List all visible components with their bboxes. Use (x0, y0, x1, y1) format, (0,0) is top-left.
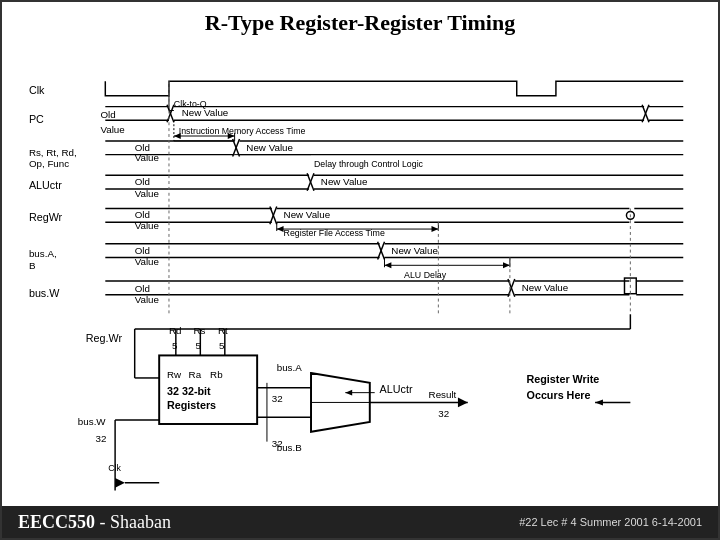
main-container: R-Type Register-Register Timing Clk PC O… (0, 0, 720, 540)
value-label-pc: Value (100, 124, 124, 135)
old-label-pc: Old (100, 109, 115, 120)
reg-write-label1: Register Write (527, 373, 600, 385)
reg-write-label2: Occurs Here (527, 389, 591, 401)
new-value-regwr: New Value (284, 209, 331, 220)
clk-label: Clk (29, 84, 45, 96)
diagram-area: Clk PC Old New Value Value (2, 40, 718, 520)
new-value-busa: New Value (391, 245, 438, 256)
num32-2-label: 32 (272, 393, 283, 404)
num32-4-label: 32 (438, 408, 449, 419)
op-func-label: Op, Func (29, 158, 69, 169)
footer-bar: EECC550 - Shaaban #22 Lec # 4 Summer 200… (2, 506, 718, 538)
busa-b-label: bus.A, (29, 248, 57, 259)
delay-ctrl-label: Delay through Control Logic (314, 159, 424, 169)
rt-label: Rt (218, 325, 228, 336)
busw-label: bus.W (29, 287, 60, 299)
new-value-pc: New Value (182, 107, 229, 118)
pc-label: PC (29, 113, 44, 125)
svg-marker-87 (458, 398, 468, 408)
old-label-rw: Old (135, 209, 150, 220)
rs-rt-rd-label: Rs, Rt, Rd, (29, 147, 77, 158)
busw-bot-label: bus.W (78, 416, 106, 427)
num32-3-label: 32 (272, 438, 283, 449)
new-value-alu: New Value (321, 176, 368, 187)
busa-bot-label: bus.A (277, 362, 302, 373)
svg-marker-79 (115, 478, 125, 488)
old-label-rs: Old (135, 142, 150, 153)
page-title: R-Type Register-Register Timing (2, 2, 718, 40)
aluctr-bot-label: ALUctr (380, 383, 413, 395)
five3-label: 5 (219, 340, 225, 351)
ra-label: Ra (189, 369, 202, 380)
rw-label: Rw (167, 369, 182, 380)
old-label-busw: Old (135, 283, 150, 294)
instr-mem-label: Instruction Memory Access Time (179, 126, 306, 136)
registers-label2: Registers (167, 399, 216, 411)
old-label-alu: Old (135, 176, 150, 187)
result-label: Result (429, 389, 457, 400)
reg-file-label: Register File Access Time (284, 228, 385, 238)
footer-info: #22 Lec # 4 Summer 2001 6-14-2001 (519, 516, 702, 528)
five1-label: 5 (172, 340, 178, 351)
regwr-bot-label: Reg.Wr (86, 332, 123, 344)
svg-marker-55 (503, 262, 510, 268)
new-value-busw: New Value (522, 282, 569, 293)
num32-1-label: 32 (96, 433, 107, 444)
svg-marker-43 (277, 226, 284, 232)
aluctr-label: ALUctr (29, 179, 62, 191)
b-label: B (29, 260, 36, 271)
footer-title: EECC550 - Shaaban (18, 512, 171, 533)
svg-marker-54 (384, 262, 391, 268)
clk-bot-label: Clk (108, 463, 121, 473)
new-value-rs: New Value (246, 142, 293, 153)
rb-label: Rb (210, 369, 223, 380)
regwr-label: RegWr (29, 211, 63, 223)
clk-to-q-label: Clk-to-Q (174, 99, 207, 109)
svg-marker-44 (432, 226, 439, 232)
svg-marker-89 (595, 400, 603, 406)
registers-label1: 32 32-bit (167, 385, 211, 397)
rs-label: Rs (193, 325, 205, 336)
alu-delay-label: ALU Delay (404, 270, 447, 280)
old-label-busa: Old (135, 245, 150, 256)
